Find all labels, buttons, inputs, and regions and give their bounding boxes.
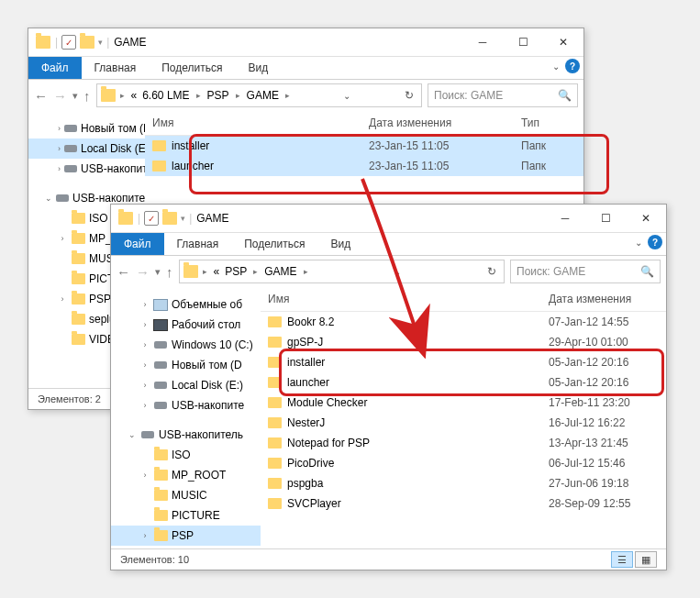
breadcrumb-item[interactable]: GAME: [262, 265, 298, 278]
search-icon[interactable]: 🔍: [640, 265, 654, 278]
expand-caret-icon[interactable]: ›: [140, 401, 150, 410]
tree-item[interactable]: ›PSP: [111, 526, 261, 546]
minimize-button[interactable]: ─: [545, 205, 585, 232]
tree-item[interactable]: ›Windows 10 (C:): [111, 335, 261, 355]
history-dropdown-icon[interactable]: ▾: [155, 266, 161, 278]
expand-caret-icon[interactable]: ›: [58, 124, 61, 133]
tree-item[interactable]: MUSIC: [111, 485, 261, 505]
table-row[interactable]: gpSP-J29-Apr-10 01:00: [261, 332, 666, 352]
chevron-right-icon[interactable]: ▸: [250, 267, 261, 276]
forward-button[interactable]: →: [136, 264, 150, 280]
close-button[interactable]: ✕: [543, 28, 583, 56]
chevron-right-icon[interactable]: ▸: [283, 91, 293, 100]
breadcrumb-prefix[interactable]: «: [212, 265, 222, 278]
tree-item[interactable]: ISO: [111, 445, 261, 465]
table-row[interactable]: PicoDrive06-Jul-12 15:46: [261, 453, 666, 473]
expand-ribbon-icon[interactable]: ⌄: [635, 238, 642, 248]
tree-item[interactable]: ›Новый том (D: [111, 355, 261, 375]
qat-dropdown-icon[interactable]: ▾: [98, 38, 103, 47]
table-row[interactable]: launcher05-Jan-12 20:16: [261, 372, 666, 393]
table-row[interactable]: Notepad for PSP13-Apr-13 21:45: [261, 433, 666, 453]
column-name[interactable]: Имя: [261, 293, 541, 305]
chevron-right-icon[interactable]: ▸: [200, 267, 210, 276]
icons-view-button[interactable]: ▦: [635, 551, 657, 568]
expand-caret-icon[interactable]: ›: [58, 234, 67, 243]
forward-button[interactable]: →: [53, 88, 67, 104]
tab-home[interactable]: Главная: [164, 233, 232, 255]
breadcrumb-item[interactable]: PSP: [206, 89, 231, 102]
qat-dropdown-icon[interactable]: ▾: [181, 214, 185, 223]
column-type[interactable]: Тип: [514, 116, 583, 129]
details-view-button[interactable]: ☰: [611, 551, 633, 568]
tab-file[interactable]: Файл: [111, 233, 164, 255]
tab-home[interactable]: Главная: [82, 57, 150, 79]
up-button[interactable]: ↑: [166, 264, 173, 280]
tree-item[interactable]: ›Объемные об: [111, 294, 261, 315]
column-date[interactable]: Дата изменения: [541, 293, 666, 305]
back-button[interactable]: ←: [117, 264, 130, 280]
expand-caret-icon[interactable]: ›: [58, 294, 67, 304]
table-row[interactable]: Bookr 8.207-Jan-12 14:55: [261, 312, 666, 332]
tab-share[interactable]: Поделиться: [149, 57, 235, 79]
refresh-icon[interactable]: ↻: [401, 89, 417, 102]
refresh-icon[interactable]: ↻: [483, 265, 500, 278]
minimize-button[interactable]: ─: [462, 28, 503, 56]
maximize-button[interactable]: ☐: [585, 205, 626, 232]
table-row[interactable]: installer05-Jan-12 20:16: [261, 352, 666, 372]
chevron-right-icon[interactable]: ▸: [117, 91, 128, 100]
expand-caret-icon[interactable]: ›: [140, 360, 150, 370]
up-button[interactable]: ↑: [83, 88, 91, 104]
search-input[interactable]: Поиск: GAME 🔍: [428, 83, 578, 107]
expand-ribbon-icon[interactable]: ⌄: [552, 61, 560, 72]
column-name[interactable]: Имя: [145, 116, 361, 129]
table-row[interactable]: pspgba27-Jun-06 19:18: [261, 473, 666, 493]
history-dropdown-icon[interactable]: ▾: [72, 90, 78, 102]
tab-view[interactable]: Вид: [317, 233, 363, 255]
expand-caret-icon[interactable]: ›: [140, 320, 150, 329]
qat-checkbox-icon[interactable]: ✓: [61, 35, 76, 50]
table-row[interactable]: launcher23-Jan-15 11:05Папк: [145, 156, 583, 176]
expand-caret-icon[interactable]: ⌄: [128, 430, 137, 439]
titlebar[interactable]: | ✓ ▾ | GAME ─ ☐ ✕: [28, 28, 583, 57]
table-row[interactable]: installer23-Jan-15 11:05Папк: [145, 136, 583, 156]
table-row[interactable]: Module Checker17-Feb-11 23:20: [261, 393, 666, 413]
tree-item[interactable]: ›Local Disk (E:): [111, 375, 261, 395]
tree-item[interactable]: ›USB-накопите: [111, 395, 261, 415]
expand-caret-icon[interactable]: ›: [58, 144, 61, 153]
expand-caret-icon[interactable]: ›: [140, 381, 150, 390]
qat-checkbox-icon[interactable]: ✓: [144, 211, 159, 226]
column-headers[interactable]: Имя Дата изменения: [261, 287, 666, 312]
breadcrumb-prefix[interactable]: «: [129, 89, 139, 102]
tab-view[interactable]: Вид: [235, 57, 281, 79]
expand-caret-icon[interactable]: ›: [140, 300, 150, 309]
navigation-tree[interactable]: ›Объемные об›Рабочий стол›Windows 10 (C:…: [111, 287, 261, 549]
tree-item[interactable]: ›Новый том (D:): [28, 118, 145, 138]
tab-file[interactable]: Файл: [28, 57, 82, 79]
tree-item[interactable]: ›USB-накопитель: [28, 159, 145, 179]
dropdown-icon[interactable]: ⌄: [339, 91, 354, 101]
chevron-right-icon[interactable]: ▸: [233, 91, 243, 100]
tab-share[interactable]: Поделиться: [231, 233, 317, 255]
expand-caret-icon[interactable]: ›: [140, 471, 150, 480]
address-bar[interactable]: ▸ « PSP ▸ GAME ▸ ⌄ ↻: [179, 260, 506, 283]
tree-item[interactable]: [111, 415, 261, 425]
tree-item[interactable]: ›Рабочий стол: [111, 315, 261, 335]
breadcrumb-item[interactable]: GAME: [245, 89, 281, 102]
breadcrumb-item[interactable]: 6.60 LME: [140, 89, 191, 102]
column-headers[interactable]: Имя Дата изменения Тип: [145, 111, 583, 136]
chevron-right-icon[interactable]: ▸: [301, 267, 311, 276]
file-list[interactable]: Имя Дата изменения Bookr 8.207-Jan-12 14…: [261, 287, 666, 549]
address-bar[interactable]: ▸ « 6.60 LME ▸ PSP ▸ GAME ▸ ⌄ ↻: [96, 83, 423, 107]
help-icon[interactable]: ?: [648, 235, 662, 249]
expand-caret-icon[interactable]: ›: [58, 164, 61, 173]
dropdown-icon[interactable]: ⌄: [390, 267, 405, 277]
tree-item[interactable]: PICTURE: [111, 505, 261, 526]
expand-caret-icon[interactable]: ⌄: [45, 194, 52, 203]
expand-caret-icon[interactable]: ›: [140, 340, 150, 349]
tree-item[interactable]: [28, 179, 145, 188]
explorer-window-destination[interactable]: | ✓ ▾ | GAME ─ ☐ ✕ Файл Главная Поделить…: [110, 204, 667, 570]
expand-caret-icon[interactable]: ›: [140, 531, 150, 540]
table-row[interactable]: SVCPlayer28-Sep-09 12:55: [261, 493, 666, 514]
qat-folder-icon[interactable]: [162, 212, 177, 225]
search-input[interactable]: Поиск: GAME 🔍: [510, 260, 661, 283]
